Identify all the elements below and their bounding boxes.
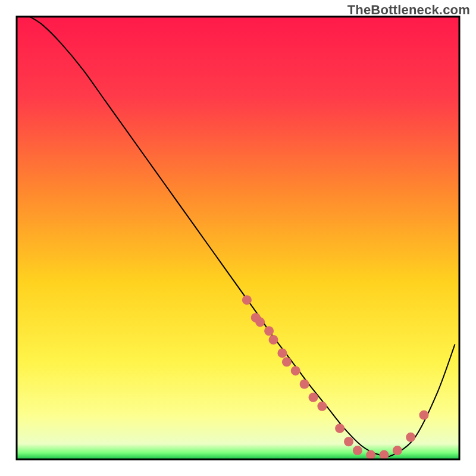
data-point-marker bbox=[242, 295, 252, 305]
data-point-marker bbox=[277, 348, 287, 358]
data-point-marker bbox=[335, 424, 345, 433]
data-point-marker bbox=[406, 433, 415, 442]
data-point-marker bbox=[353, 446, 362, 455]
data-point-marker bbox=[291, 366, 300, 375]
data-point-marker bbox=[282, 357, 292, 367]
data-point-marker bbox=[380, 450, 389, 460]
data-point-marker bbox=[269, 335, 278, 345]
data-point-marker bbox=[308, 393, 318, 402]
data-point-marker bbox=[393, 446, 402, 455]
data-point-marker bbox=[264, 326, 274, 336]
data-point-marker bbox=[344, 437, 353, 446]
data-point-marker bbox=[366, 450, 375, 460]
plot-background bbox=[17, 17, 459, 459]
chart-svg bbox=[0, 0, 476, 476]
data-point-marker bbox=[300, 380, 309, 389]
data-point-marker bbox=[419, 411, 428, 420]
data-point-marker bbox=[317, 402, 327, 411]
chart-container: TheBottleneck.com bbox=[0, 0, 476, 476]
data-point-marker bbox=[255, 317, 265, 327]
watermark-text: TheBottleneck.com bbox=[347, 2, 470, 18]
